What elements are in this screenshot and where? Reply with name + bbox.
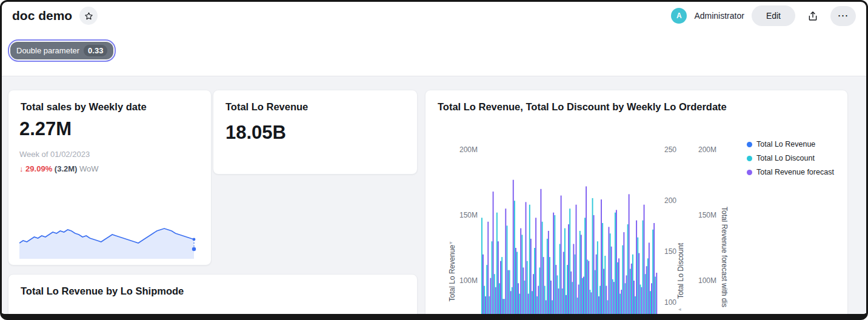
user-name: Administrator	[694, 11, 744, 21]
middle-axis-tick: 200	[661, 196, 676, 205]
card-title: Total Lo Revenue	[225, 101, 308, 113]
card-combo-chart: Total Lo Revenue, Total Lo Discount by W…	[425, 90, 848, 320]
kpi-delta: ↓ 29.09% (3.2M) WoW	[19, 164, 99, 173]
middle-axis-tick: 150	[661, 247, 676, 256]
legend-item-revenue[interactable]: Total Lo Revenue	[747, 140, 834, 148]
topbar-actions: A Administrator Edit ⋯	[671, 5, 856, 26]
kpi-value: 2.27M	[19, 118, 72, 140]
left-axis-title: Total Lo Revenue	[448, 245, 456, 301]
middle-axis-tick: 250	[661, 145, 676, 154]
middle-axis-title: Total Lo Discount	[676, 243, 685, 299]
middle-axis-tick: 100	[661, 298, 676, 307]
combo-bar-chart[interactable]	[481, 142, 659, 320]
legend-dot-icon	[747, 142, 752, 147]
delta-suffix: WoW	[79, 164, 99, 173]
card-total-lo-revenue: Total Lo Revenue 18.05B	[213, 90, 418, 175]
card-title: Total Lo Revenue, Total Lo Discount by W…	[438, 101, 727, 113]
edit-button[interactable]: Edit	[752, 5, 795, 26]
page-title: doc demo	[12, 8, 72, 23]
axis-scroll-icon: ◂	[678, 306, 681, 312]
right-axis-title: Total Revenue forecast with dis	[720, 207, 729, 307]
legend-item-forecast[interactable]: Total Revenue forecast	[747, 168, 834, 176]
delta-amount: (3.2M)	[55, 164, 78, 173]
parameter-value-badge: 0.33	[84, 45, 107, 56]
avatar[interactable]: A	[671, 8, 687, 24]
card-total-sales: Total sales by Weekly date 2.27M Week of…	[8, 90, 212, 265]
parameter-label: Double parameter	[16, 46, 79, 55]
right-axis-tick: 150M	[696, 211, 716, 219]
parameter-row: Double parameter 0.33	[2, 30, 866, 62]
legend-label: Total Lo Revenue	[756, 140, 815, 148]
left-axis-tick: 150M	[456, 211, 478, 219]
left-axis-tick: 200M	[456, 145, 478, 154]
parameter-chip[interactable]: Double parameter 0.33	[8, 39, 116, 62]
legend-dot-icon	[747, 156, 752, 161]
left-axis-tick: 100M	[456, 276, 478, 285]
legend-label: Total Lo Discount	[756, 154, 815, 162]
favorite-button[interactable]	[79, 7, 98, 25]
legend-dot-icon	[747, 170, 752, 175]
share-icon	[807, 10, 818, 22]
legend-label: Total Revenue forecast	[756, 168, 834, 176]
right-axis-tick: 100M	[696, 276, 716, 285]
chart-legend: Total Lo Revenue Total Lo Discount Total…	[747, 140, 834, 176]
topbar: doc demo A Administrator Edit ⋯	[2, 2, 866, 30]
delta-percent: ↓ 29.09%	[19, 164, 52, 173]
parameter-chip-inner: Double parameter 0.33	[10, 42, 113, 59]
app-window: doc demo A Administrator Edit ⋯ Double p…	[0, 0, 868, 320]
more-button[interactable]: ⋯	[830, 6, 856, 26]
card-shipmode: Total Lo Revenue by Lo Shipmode	[8, 274, 418, 320]
card-title: Total Lo Revenue by Lo Shipmode	[21, 285, 184, 297]
card-title: Total sales by Weekly date	[21, 101, 147, 113]
kpi-subtitle: Week of 01/02/2023	[19, 150, 90, 159]
share-button[interactable]	[803, 6, 823, 25]
right-axis-tick: 200M	[696, 145, 716, 154]
legend-item-discount[interactable]: Total Lo Discount	[747, 154, 834, 162]
more-icon: ⋯	[838, 9, 849, 22]
star-icon	[84, 12, 93, 21]
kpi-value: 18.05B	[225, 122, 286, 144]
sales-sparkline-chart[interactable]	[19, 204, 199, 260]
dashboard-canvas: Total sales by Weekly date 2.27M Week of…	[2, 76, 866, 320]
